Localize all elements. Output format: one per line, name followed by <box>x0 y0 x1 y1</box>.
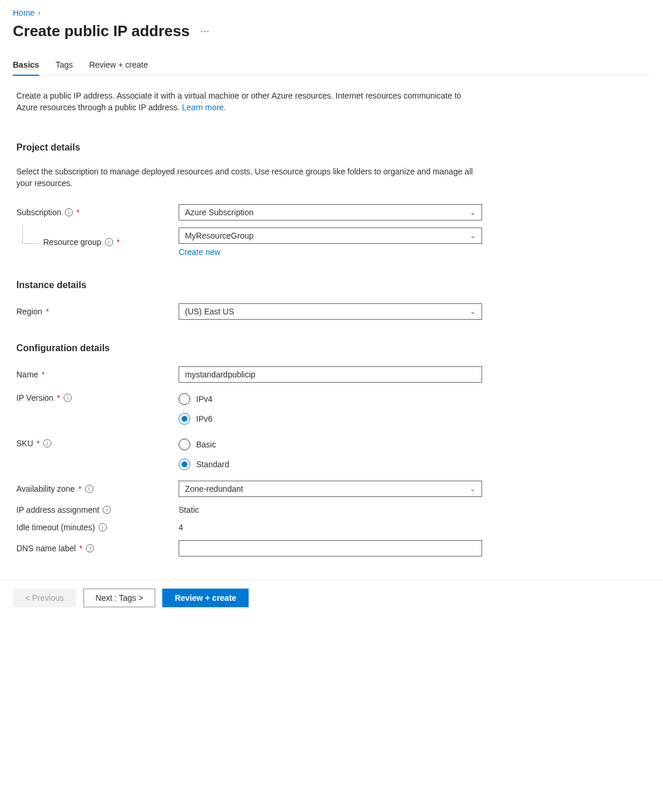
radio-ipv6-label: IPv6 <box>196 414 212 424</box>
info-icon[interactable]: i <box>65 208 73 216</box>
required-indicator: * <box>78 484 81 494</box>
resource-group-label: Resource group <box>43 237 102 247</box>
config-heading: Configuration details <box>16 343 647 354</box>
az-label: Availability zone <box>16 484 75 494</box>
more-icon[interactable]: ⋯ <box>200 26 210 37</box>
tab-review[interactable]: Review + create <box>89 60 148 75</box>
radio-icon <box>179 413 190 425</box>
assign-label: IP address assignment <box>16 505 99 514</box>
breadcrumb-home[interactable]: Home <box>13 8 34 18</box>
ipversion-label: IP Version <box>16 393 54 402</box>
info-icon[interactable]: i <box>103 506 111 514</box>
radio-basic-label: Basic <box>196 440 216 449</box>
resource-group-value: MyResourceGroup <box>185 231 254 240</box>
subscription-label: Subscription <box>16 208 61 217</box>
region-value: (US) East US <box>185 307 234 316</box>
previous-button: < Previous <box>13 589 76 607</box>
sku-label: SKU <box>16 439 33 448</box>
info-icon[interactable]: i <box>64 394 72 402</box>
availability-zone-select[interactable]: Zone-redundant ⌄ <box>179 481 482 497</box>
breadcrumb: Home › <box>13 7 650 22</box>
intro-body: Create a public IP address. Associate it… <box>16 91 461 112</box>
required-indicator: * <box>37 439 40 448</box>
az-value: Zone-redundant <box>185 484 243 494</box>
chevron-down-icon: ⌄ <box>470 485 476 493</box>
info-icon[interactable]: i <box>105 238 113 246</box>
assign-value: Static <box>179 505 199 514</box>
region-label: Region <box>16 307 42 316</box>
review-create-button[interactable]: Review + create <box>162 589 248 607</box>
idle-value: 4 <box>179 523 183 532</box>
chevron-right-icon: › <box>38 9 40 17</box>
learn-more-link[interactable]: Learn more. <box>182 103 226 112</box>
project-heading: Project details <box>16 142 647 153</box>
required-indicator: * <box>46 307 48 316</box>
chevron-down-icon: ⌄ <box>470 307 476 316</box>
tab-basics[interactable]: Basics <box>13 60 39 75</box>
radio-standard-label: Standard <box>196 460 229 469</box>
required-indicator: * <box>41 370 44 379</box>
radio-ipv4[interactable]: IPv4 <box>179 393 482 405</box>
resource-group-select[interactable]: MyResourceGroup ⌄ <box>179 228 482 244</box>
required-indicator: * <box>117 237 120 247</box>
tabs: Basics Tags Review + create <box>13 60 650 76</box>
radio-basic[interactable]: Basic <box>179 439 482 450</box>
chevron-down-icon: ⌄ <box>470 232 476 240</box>
name-label: Name <box>16 370 38 379</box>
dns-label: DNS name label <box>16 544 76 553</box>
radio-ipv6[interactable]: IPv6 <box>179 413 482 425</box>
required-indicator: * <box>79 544 82 553</box>
info-icon[interactable]: i <box>99 523 107 531</box>
required-indicator: * <box>57 393 60 402</box>
project-desc: Select the subscription to manage deploy… <box>16 166 477 189</box>
radio-icon <box>179 459 190 470</box>
required-indicator: * <box>76 208 79 217</box>
create-new-link[interactable]: Create new <box>179 247 221 257</box>
next-button[interactable]: Next : Tags > <box>83 589 156 607</box>
tab-tags[interactable]: Tags <box>55 60 73 75</box>
intro-text: Create a public IP address. Associate it… <box>13 90 474 113</box>
radio-ipv4-label: IPv4 <box>196 394 212 404</box>
subscription-value: Azure Subscription <box>185 208 254 217</box>
radio-icon <box>179 393 190 405</box>
radio-standard[interactable]: Standard <box>179 459 482 470</box>
name-input[interactable] <box>179 366 482 383</box>
section-instance-details: Instance details Region * (US) East US ⌄ <box>13 280 650 320</box>
section-config-details: Configuration details Name * IP Version … <box>13 343 650 556</box>
region-select[interactable]: (US) East US ⌄ <box>179 303 482 320</box>
dns-input[interactable] <box>179 540 482 556</box>
info-icon[interactable]: i <box>85 485 93 493</box>
subscription-select[interactable]: Azure Subscription ⌄ <box>179 204 482 220</box>
section-project-details: Project details Select the subscription … <box>13 142 650 257</box>
chevron-down-icon: ⌄ <box>470 208 476 216</box>
page-title: Create public IP address <box>13 22 190 40</box>
info-icon[interactable]: i <box>43 439 51 447</box>
info-icon[interactable]: i <box>86 544 94 552</box>
idle-label: Idle timeout (minutes) <box>16 523 95 532</box>
radio-icon <box>179 439 190 450</box>
footer: < Previous Next : Tags > Review + create <box>0 580 663 615</box>
instance-heading: Instance details <box>16 280 647 290</box>
